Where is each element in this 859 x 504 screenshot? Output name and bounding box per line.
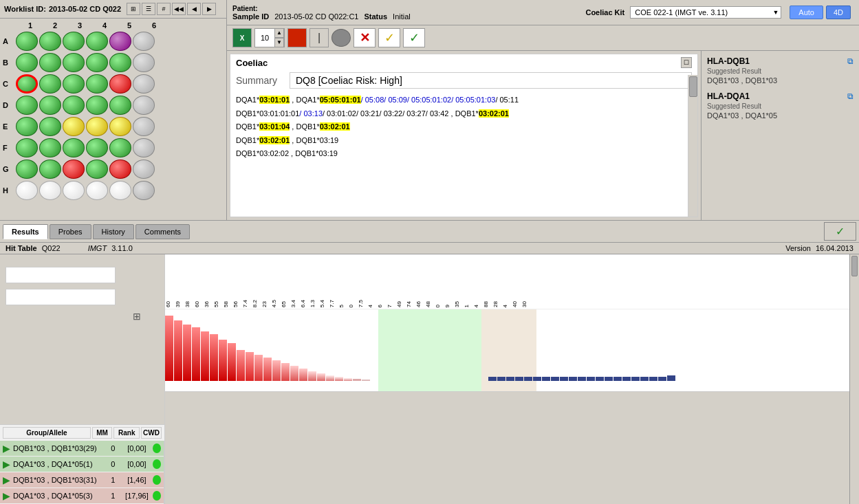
well-f4[interactable] <box>86 138 108 157</box>
label-6: 6 <box>377 303 386 307</box>
grid-btn[interactable]: ⊞ <box>127 3 140 15</box>
well-f6[interactable] <box>133 138 155 157</box>
well-a3[interactable] <box>63 32 85 51</box>
row-arrow-2[interactable]: ▶ <box>3 459 10 470</box>
hla-dqb1-ext-icon[interactable]: ⧉ <box>847 56 853 66</box>
well-h3[interactable] <box>63 181 85 200</box>
well-c1[interactable] <box>16 74 38 94</box>
well-f3[interactable] <box>63 138 85 157</box>
chart-column-labels: 60 39 38 60 36 55 58 56 7.4 8.2 23 4.5 6… <box>165 254 849 309</box>
well-g3[interactable] <box>63 160 85 179</box>
divider-btn[interactable]: | <box>309 28 329 47</box>
well-f5[interactable] <box>109 138 131 157</box>
kit-dropdown-wrapper[interactable]: COE 022-1 (IMGT ve. 3.11) <box>630 6 781 19</box>
main-scrollbar[interactable] <box>849 254 859 504</box>
well-h5[interactable] <box>109 181 131 200</box>
tab-results[interactable]: Results <box>3 224 48 239</box>
well-f2[interactable] <box>39 138 61 157</box>
analysis-toolbar: X ▲ ▼ | ✕ ✓ ✓ <box>227 25 859 51</box>
4d-button[interactable]: 4D <box>826 6 851 19</box>
num-stepper-group[interactable]: ▲ ▼ <box>254 28 285 47</box>
well-g5[interactable] <box>109 160 131 179</box>
red-square-button[interactable] <box>287 28 307 47</box>
version-label: Version <box>785 244 811 252</box>
well-e6[interactable] <box>133 117 155 136</box>
coeliac-box: Coeliac ☐ Summary DQ8 [Coeliac Risk: Hig… <box>230 54 698 217</box>
well-e5[interactable] <box>109 117 131 136</box>
well-d1[interactable] <box>16 96 38 115</box>
data-row-3: ▶ DQB1*03 , DQB1*03(31) 1 [1,46] <box>0 472 164 488</box>
row-arrow-3[interactable]: ▶ <box>3 474 10 485</box>
tab-comments[interactable]: Comments <box>135 224 190 239</box>
well-c2[interactable] <box>39 74 61 94</box>
label-54: 5.4 <box>319 298 328 307</box>
label-40: 40 <box>512 300 521 307</box>
well-b3[interactable] <box>63 53 85 72</box>
row-dot-3 <box>153 475 161 485</box>
well-d3[interactable] <box>63 96 85 115</box>
row-arrow-4[interactable]: ▶ <box>3 490 10 501</box>
well-b2[interactable] <box>39 53 61 72</box>
tab-history[interactable]: History <box>93 224 134 239</box>
rewind-btn[interactable]: ◀◀ <box>172 3 186 15</box>
hla-dqa1-ext-icon[interactable]: ⧉ <box>847 91 853 101</box>
well-c5[interactable] <box>109 74 131 94</box>
well-c3[interactable] <box>63 74 85 94</box>
well-b1[interactable] <box>16 53 38 72</box>
well-a2[interactable] <box>39 32 61 51</box>
stepper-up[interactable]: ▲ <box>274 28 284 38</box>
well-c4[interactable] <box>86 74 108 94</box>
well-b5[interactable] <box>109 53 131 72</box>
list-btn[interactable]: ☰ <box>142 3 155 15</box>
sample-info: Sample ID 2013-05-02 CD Q022:C1 Status I… <box>232 12 411 21</box>
well-b4[interactable] <box>86 53 108 72</box>
well-h6[interactable] <box>133 181 155 200</box>
stepper-arrows[interactable]: ▲ ▼ <box>274 28 284 47</box>
coeliac-scrollbar[interactable] <box>688 75 697 217</box>
well-e3[interactable] <box>63 117 85 136</box>
num-input[interactable] <box>255 29 274 47</box>
well-e2[interactable] <box>39 117 61 136</box>
kit-dropdown[interactable]: COE 022-1 (IMGT ve. 3.11) <box>630 6 781 19</box>
well-a5[interactable] <box>109 32 131 51</box>
well-h4[interactable] <box>86 181 108 200</box>
tab-probes[interactable]: Probes <box>50 224 91 239</box>
gray-circle-button[interactable] <box>331 29 351 47</box>
well-h2[interactable] <box>39 181 61 200</box>
filter-input-2[interactable] <box>6 289 116 305</box>
well-d5[interactable] <box>109 96 131 115</box>
well-e4[interactable] <box>86 117 108 136</box>
well-d2[interactable] <box>39 96 61 115</box>
well-e1[interactable] <box>16 117 38 136</box>
next-btn[interactable]: ▶ <box>202 3 216 15</box>
row-arrow-1[interactable]: ▶ <box>3 443 10 454</box>
well-a1[interactable] <box>16 32 38 51</box>
well-a6[interactable] <box>133 32 155 51</box>
coeliac-expand-btn[interactable]: ☐ <box>681 57 692 68</box>
well-b6[interactable] <box>133 53 155 72</box>
well-h1[interactable] <box>16 181 38 200</box>
filter-input-1[interactable] <box>6 267 116 283</box>
stepper-down[interactable]: ▼ <box>274 38 284 47</box>
auto-button[interactable]: Auto <box>790 6 823 19</box>
check-yellow-button[interactable]: ✓ <box>378 28 400 47</box>
label-1: 1 <box>464 303 472 307</box>
prev-btn[interactable]: ◀ <box>187 3 201 15</box>
sample-id-value: 2013-05-02 CD Q022:C1 <box>274 12 358 21</box>
tab-check-button[interactable]: ✓ <box>824 222 856 241</box>
well-d6[interactable] <box>133 96 155 115</box>
well-g2[interactable] <box>39 160 61 179</box>
cancel-button[interactable]: ✕ <box>354 28 376 47</box>
well-g4[interactable] <box>86 160 108 179</box>
check-green-button[interactable]: ✓ <box>403 28 425 47</box>
well-c6[interactable] <box>133 74 155 94</box>
col-4: 4 <box>92 21 117 30</box>
well-d4[interactable] <box>86 96 108 115</box>
well-a4[interactable] <box>86 32 108 51</box>
excel-button[interactable]: X <box>232 28 252 47</box>
well-g6[interactable] <box>133 160 155 179</box>
allele-line-2: DQB1*03:01:01:01/ 03:13/ 03:01:02/ 03:21… <box>236 108 692 120</box>
hash-btn[interactable]: # <box>157 3 171 15</box>
well-f1[interactable] <box>16 138 38 157</box>
well-g1[interactable] <box>16 160 38 179</box>
